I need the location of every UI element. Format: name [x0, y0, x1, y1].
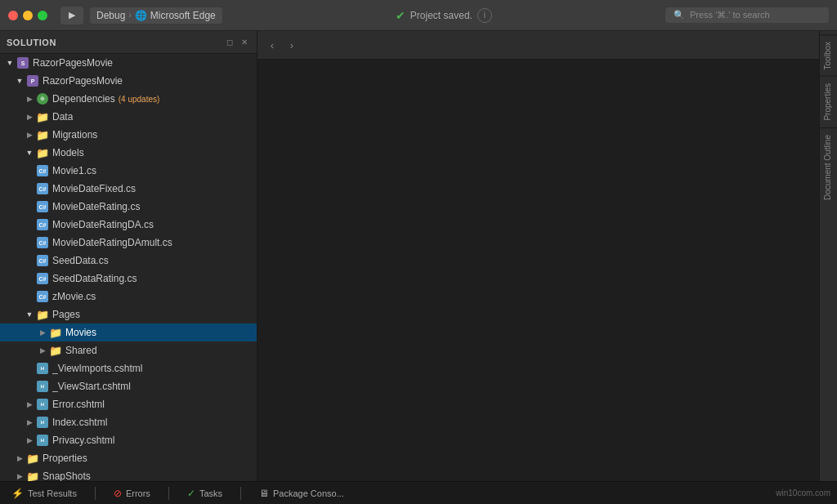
project-icon: P [26, 74, 39, 87]
close-button[interactable] [8, 11, 18, 20]
movie1cs-label: Movie1.cs [52, 165, 96, 176]
arrow-pages: ▼ [23, 308, 36, 321]
error-circle-icon: ⊘ [114, 488, 122, 499]
tree-item-solution[interactable]: ▼ S RazorPagesMovie [0, 54, 257, 72]
watermark: win10com.com [776, 488, 830, 497]
tree-item-moviedateratingdamultcs[interactable]: C# MovieDateRatingDAmult.cs [0, 234, 257, 252]
tree-item-movies[interactable]: ▶ 📁 Movies [0, 323, 257, 341]
tree-item-dependencies[interactable]: ▶ ⊕ Dependencies (4 updates) [0, 90, 257, 108]
zmovie-label: zMovie.cs [52, 291, 96, 302]
dependencies-badge: (4 updates) [119, 95, 160, 104]
tree-item-viewstart[interactable]: H _ViewStart.cshtml [0, 377, 257, 395]
tree-item-moviedateratingcs[interactable]: C# MovieDateRating.cs [0, 198, 257, 216]
tab-nav-back[interactable]: ‹ [264, 37, 280, 53]
data-label: Data [52, 111, 73, 123]
tree-item-pages[interactable]: ▼ 📁 Pages [0, 306, 257, 323]
privacy-label: Privacy.cshtml [52, 435, 114, 446]
movies-folder-icon: 📁 [49, 326, 62, 339]
tree-item-models[interactable]: ▼ 📁 Models [0, 144, 257, 162]
sidebar-close-btn[interactable]: ✕ [239, 37, 250, 48]
info-button[interactable]: i [477, 8, 492, 23]
tree-item-data[interactable]: ▶ 📁 Data [0, 108, 257, 126]
project-label: RazorPagesMovie [43, 75, 123, 87]
moviedateratingda-icon: C# [36, 218, 49, 231]
moviedatefixed-icon: C# [36, 182, 49, 195]
editor-content [257, 60, 819, 481]
index-icon: H [36, 416, 49, 429]
arrow-movies: ▶ [36, 326, 49, 339]
pages-label: Pages [52, 309, 80, 320]
tree-item-properties[interactable]: ▶ 📁 Properties [0, 449, 257, 467]
tree-item-movie1cs[interactable]: C# Movie1.cs [0, 162, 257, 180]
tab-nav-forward[interactable]: › [284, 37, 300, 53]
test-results-label: Test Results [28, 488, 77, 498]
solution-label: RazorPagesMovie [33, 57, 113, 69]
sidebar-header: Solution ◻ ✕ [0, 31, 257, 54]
seeddatarating-icon: C# [36, 272, 49, 285]
movie1cs-icon: C# [36, 164, 49, 177]
arrow-properties: ▶ [13, 452, 26, 465]
package-console-tab[interactable]: 🖥 Package Conso... [254, 486, 349, 501]
play-button[interactable]: ▶ [60, 7, 83, 25]
sidebar-title: Solution [7, 38, 56, 47]
tree-item-seeddataratingcs[interactable]: C# SeedDataRating.cs [0, 270, 257, 288]
browser-icon: 🌐 [135, 10, 147, 21]
package-console-label: Package Conso... [273, 488, 344, 498]
arrow-privacy: ▶ [23, 434, 36, 447]
editor-area: ‹ › [257, 31, 819, 481]
tree-item-zmoviecs[interactable]: C# zMovie.cs [0, 288, 257, 306]
toolbox-tab[interactable]: Toolbox [820, 34, 837, 76]
tree-item-shared[interactable]: ▶ 📁 Shared [0, 341, 257, 359]
test-results-tab[interactable]: ⚡ Test Results [7, 486, 82, 501]
tasks-tab[interactable]: ✓ Tasks [182, 486, 227, 501]
solution-tree: ▼ S RazorPagesMovie ▼ P RazorPagesMovie … [0, 54, 257, 481]
sep3 [240, 487, 241, 500]
sidebar-collapse-btn[interactable]: ◻ [224, 37, 235, 48]
solution-icon: S [16, 56, 29, 69]
tree-item-privacycshtml[interactable]: ▶ H Privacy.cshtml [0, 431, 257, 449]
arrow-data: ▶ [23, 110, 36, 123]
tree-item-errorcshtml[interactable]: ▶ H Error.cshtml [0, 395, 257, 413]
tree-item-snapshots[interactable]: ▶ 📁 SnapShots [0, 467, 257, 481]
search-area[interactable]: 🔍 Press '⌘.' to search [665, 7, 829, 23]
viewimports-label: _ViewImports.cshtml [52, 363, 142, 374]
tree-item-moviedateratingdacs[interactable]: C# MovieDateRatingDA.cs [0, 216, 257, 234]
tree-item-seeddatacs[interactable]: C# SeedData.cs [0, 252, 257, 270]
sidebar-controls: ◻ ✕ [224, 37, 250, 48]
pages-folder-icon: 📁 [36, 308, 49, 321]
moviedateratingdamult-icon: C# [36, 236, 49, 249]
search-placeholder: Press '⌘.' to search [690, 10, 770, 20]
properties-tab[interactable]: Properties [820, 76, 837, 127]
models-label: Models [52, 147, 84, 158]
snapshots-label: SnapShots [43, 471, 91, 481]
arrow-index: ▶ [23, 416, 36, 429]
errors-tab[interactable]: ⊘ Errors [109, 486, 155, 501]
arrow-project: ▼ [13, 74, 26, 87]
document-outline-tab[interactable]: Document Outline [820, 127, 837, 207]
error-label: Error.cshtml [52, 399, 105, 410]
privacy-icon: H [36, 434, 49, 447]
viewimports-icon: H [36, 362, 49, 375]
breadcrumb[interactable]: Debug › 🌐 Microsoft Edge [90, 7, 222, 24]
tree-item-project[interactable]: ▼ P RazorPagesMovie [0, 72, 257, 90]
minimize-button[interactable] [23, 11, 33, 20]
shared-folder-icon: 📁 [49, 344, 62, 357]
properties-folder-icon: 📁 [26, 452, 39, 465]
status-bar: ⚡ Test Results ⊘ Errors ✓ Tasks 🖥 Packag… [0, 481, 837, 504]
moviedaterating-icon: C# [36, 200, 49, 213]
migrations-label: Migrations [52, 129, 97, 140]
tree-item-migrations[interactable]: ▶ 📁 Migrations [0, 126, 257, 144]
seeddatarating-label: SeedDataRating.cs [52, 273, 137, 284]
tree-item-viewimports[interactable]: H _ViewImports.cshtml [0, 359, 257, 377]
arrow-error: ▶ [23, 398, 36, 411]
index-label: Index.cshtml [52, 417, 107, 428]
tasks-label: Tasks [199, 488, 222, 498]
tree-item-moviedatefixedcs[interactable]: C# MovieDateFixed.cs [0, 180, 257, 198]
editor-tabs: ‹ › [257, 31, 819, 60]
sep1 [95, 487, 96, 500]
error-icon: H [36, 398, 49, 411]
migrations-folder-icon: 📁 [36, 128, 49, 141]
maximize-button[interactable] [38, 11, 47, 20]
tree-item-indexcshtml[interactable]: ▶ H Index.cshtml [0, 413, 257, 431]
arrow-migrations: ▶ [23, 128, 36, 141]
